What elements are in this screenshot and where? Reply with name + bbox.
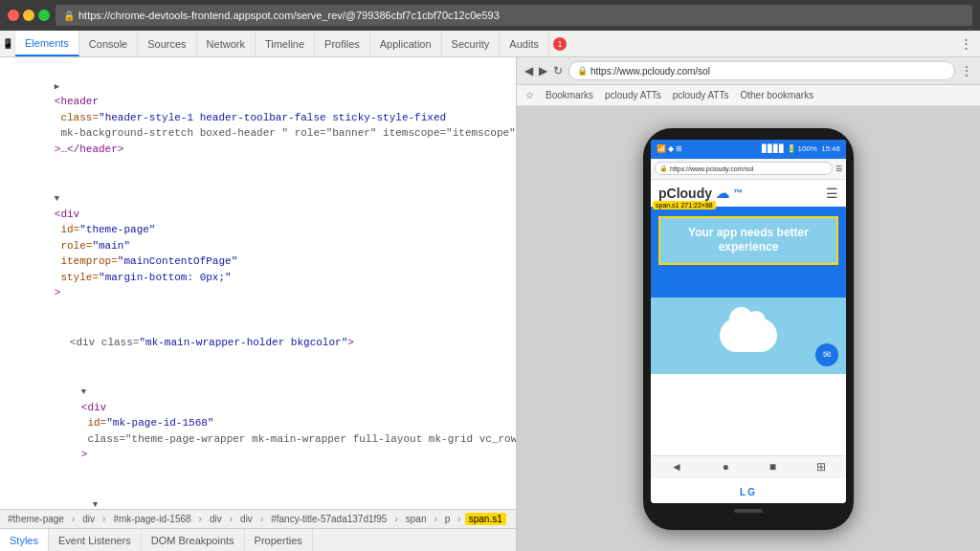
tab-styles[interactable]: Styles <box>0 529 49 551</box>
menu-button[interactable]: ⋮ <box>961 64 972 77</box>
window-controls <box>8 10 50 21</box>
tab-sources-label: Sources <box>147 38 186 50</box>
tab-properties-label: Properties <box>255 535 302 546</box>
devtools-bottom-tabs: Styles Event Listeners DOM Breakpoints P… <box>0 528 516 551</box>
tab-sources[interactable]: Sources <box>138 31 196 56</box>
tab-timeline-label: Timeline <box>265 38 304 50</box>
breadcrumb-theme-page[interactable]: #theme-page <box>4 513 68 525</box>
breadcrumb-sep: › <box>102 514 105 524</box>
breadcrumb-div1[interactable]: div <box>78 513 99 525</box>
tab-elements[interactable]: Elements <box>15 31 79 56</box>
triangle-icon[interactable]: ▼ <box>81 386 86 400</box>
tab-properties[interactable]: Properties <box>245 529 313 551</box>
device-webpage: pCloudy ☁ ™ ☰ span.s1 271:22×88 <box>651 180 846 455</box>
breadcrumb-div2[interactable]: div <box>206 513 226 525</box>
device-frame-container: 📶 ◆ ⊞ ▊▊▊▊ 🔋 100% 15:46 <box>517 106 980 551</box>
html-line[interactable]: ▶ <header class="header-style-1 header-t… <box>0 61 516 174</box>
preview-browser-bar: ◀ ▶ ↻ 🔒 https://www.pcloudy.com/sol ⋮ <box>517 57 980 85</box>
more-options-button[interactable]: ⋮ <box>960 36 972 51</box>
wifi-icon: 📶 <box>657 144 666 153</box>
tab-application[interactable]: Application <box>370 31 442 56</box>
device-menu-icon[interactable]: ≡ <box>835 162 842 175</box>
html-line[interactable]: ▼ <div class="theme-content " itemprop="… <box>0 479 516 509</box>
signal-bars: ▊▊▊▊ <box>762 144 785 153</box>
tab-timeline[interactable]: Timeline <box>256 31 315 56</box>
html-line[interactable]: ▼ <div id="theme-page" role="main" itemp… <box>0 174 516 319</box>
hero-text-highlight: Your app needs better experience <box>658 216 838 265</box>
bookmark-other[interactable]: Other bookmarks <box>737 89 816 101</box>
preview-url-bar[interactable]: 🔒 https://www.pcloudy.com/sol <box>568 61 955 80</box>
breadcrumb-sep: › <box>434 514 436 524</box>
tab-audits[interactable]: Audits <box>500 31 549 56</box>
device-bottom-nav: ◄ ● ■ ⊞ <box>651 455 846 478</box>
device-home-bar <box>734 509 763 513</box>
tab-elements-label: Elements <box>25 37 69 49</box>
data-icon: ⊞ <box>676 144 682 153</box>
battery-icon: 🔋 <box>787 144 796 153</box>
triangle-icon[interactable]: ▶ <box>55 81 59 95</box>
device-browser-bar: 🔒 https://www.pcloudy.com/sol ≡ <box>651 159 846 180</box>
device-url-bar[interactable]: 🔒 https://www.pcloudy.com/sol <box>655 162 833 175</box>
breadcrumb-div3[interactable]: div <box>236 513 256 525</box>
device-status-bar: 📶 ◆ ⊞ ▊▊▊▊ 🔋 100% 15:46 <box>651 140 846 159</box>
breadcrumb-span[interactable]: span <box>402 513 431 525</box>
breadcrumb-p[interactable]: p <box>441 513 455 525</box>
html-line[interactable]: ▼ <div id="mk-page-id-1568" class="theme… <box>0 367 516 480</box>
triangle-icon[interactable]: ▼ <box>55 193 59 207</box>
chat-icon: ✉ <box>823 349 831 360</box>
refresh-button[interactable]: ↻ <box>553 64 563 77</box>
bluetooth-icon: ◆ <box>668 144 674 153</box>
browser-preview: ◀ ▶ ↻ 🔒 https://www.pcloudy.com/sol ⋮ ☆ … <box>517 57 980 551</box>
tab-network[interactable]: Network <box>197 31 256 56</box>
breadcrumb-sep: › <box>394 514 397 524</box>
tab-event-listeners[interactable]: Event Listeners <box>49 529 142 551</box>
tab-security[interactable]: Security <box>442 31 501 56</box>
breadcrumb-sep: › <box>260 514 263 524</box>
bookmark-pcloudy2[interactable]: pcloudy ATTs <box>670 89 732 101</box>
devtools-toolbar-icons: ⋮ <box>952 36 980 51</box>
breadcrumb-fancy-title[interactable]: #fancy-title-57ada137d1f95 <box>267 513 390 525</box>
breadcrumb-spans1[interactable]: span.s1 <box>465 513 506 525</box>
tab-profiles[interactable]: Profiles <box>315 31 370 56</box>
device-image-area: ✉ <box>651 298 846 374</box>
tab-styles-label: Styles <box>10 535 38 546</box>
device-screenshot-button[interactable]: ⊞ <box>816 460 826 474</box>
lock-icon: 🔒 <box>63 11 75 21</box>
tab-dom-breakpoints[interactable]: DOM Breakpoints <box>142 529 245 551</box>
bookmark-star[interactable]: ☆ <box>523 89 537 101</box>
breadcrumb-sep: › <box>72 514 75 524</box>
bookmark-bookmarks[interactable]: Bookmarks <box>543 89 596 101</box>
minimize-button[interactable] <box>23 10 34 21</box>
breadcrumb-mk-page[interactable]: #mk-page-id-1568 <box>109 513 194 525</box>
device-recents-button[interactable]: ■ <box>769 460 776 474</box>
device-home-button[interactable]: ● <box>723 460 729 474</box>
preview-url-text: https://www.pcloudy.com/sol <box>590 66 710 77</box>
html-tree[interactable]: ▶ <header class="header-style-1 header-t… <box>0 57 516 509</box>
forward-button[interactable]: ▶ <box>539 64 547 77</box>
hero-sub-text: Count on Us <box>714 274 782 287</box>
back-button[interactable]: ◀ <box>524 64 533 77</box>
close-button[interactable] <box>8 10 19 21</box>
hero-sub: Count on Us <box>658 271 838 288</box>
triangle-icon[interactable]: ▼ <box>93 499 98 510</box>
device-hero-section: span.s1 271:22×88 Your app needs better … <box>651 207 846 298</box>
hamburger-icon[interactable]: ☰ <box>826 186 838 201</box>
status-icons: 📶 ◆ ⊞ <box>657 144 682 153</box>
device-icon[interactable]: 📱 <box>2 38 13 49</box>
tab-console[interactable]: Console <box>79 31 138 56</box>
device-bottom-bar <box>651 503 846 518</box>
maximize-button[interactable] <box>38 10 50 21</box>
bookmark-bar: ☆ Bookmarks pcloudy ATTs pcloudy ATTs Ot… <box>517 85 980 106</box>
tab-event-listeners-label: Event Listeners <box>58 535 131 546</box>
bookmark-pcloudy1[interactable]: pcloudy ATTs <box>602 89 664 101</box>
logo-dot: ™ <box>733 187 743 198</box>
browser-url-bar[interactable]: 🔒 https://chrome-devtools-frontend.appsp… <box>56 5 972 26</box>
html-line[interactable]: <div class="mk-main-wrapper-holder bkgco… <box>0 318 516 367</box>
tab-dom-breakpoints-label: DOM Breakpoints <box>151 535 234 546</box>
tab-console-label: Console <box>89 38 127 50</box>
device-fab-button[interactable]: ✉ <box>815 343 838 366</box>
hero-text-content: Your app needs better experience <box>688 226 809 254</box>
logo-text: pCloudy <box>658 186 712 201</box>
selected-span-badge: span.s1 271:22×88 <box>653 201 716 209</box>
device-back-button[interactable]: ◄ <box>671 460 682 474</box>
